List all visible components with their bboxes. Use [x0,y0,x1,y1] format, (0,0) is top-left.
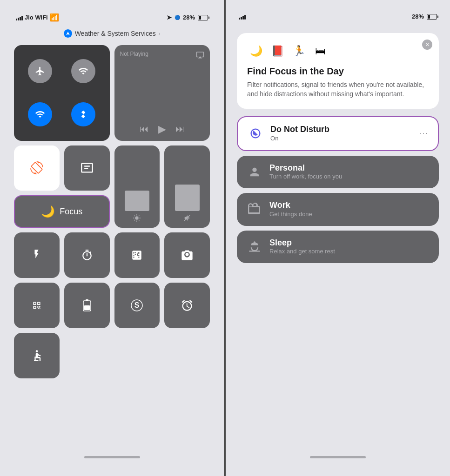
signal-bar-1 [16,19,17,20]
control-center-panel: Jio WiFi 📶 ➤ 🔵 28% Weather & System Serv… [0,0,224,476]
calculator-tile[interactable] [114,232,160,278]
dnd-text: Do Not Disturb On [270,125,413,142]
work-subtitle: Get things done [269,211,430,218]
personal-title: Personal [269,163,430,173]
status-right: ➤ 🔵 28% [167,14,208,21]
connectivity-tile [14,45,110,141]
focus-icons-row: 🌙 📕 🏃 🛏 [247,42,429,60]
focus-moon-icon: 🌙 [41,205,55,218]
dnd-title: Do Not Disturb [270,125,413,135]
focus-list: Do Not Disturb On ··· Personal Turn off … [237,116,439,263]
volume-slider[interactable] [164,145,210,228]
camera-tile[interactable] [164,232,210,278]
volume-fill [175,185,200,211]
sleep-title: Sleep [269,238,430,248]
airplane-button[interactable] [28,59,52,83]
right-battery-icon [427,14,437,20]
personal-subtitle: Turn off work, focus on you [269,173,430,181]
right-signal-bars [239,14,246,20]
run-focus-icon: 🏃 [290,42,308,60]
right-status-right: 28% [412,13,437,20]
right-battery-percent: 28% [412,13,424,20]
accessibility-tile[interactable] [14,333,60,378]
play-button[interactable]: ▶ [158,123,166,135]
control-grid: Not Playing ⏮ ▶ ⏭ [14,45,210,378]
work-focus-item[interactable]: Work Get things done [237,193,439,225]
home-indicator-left [84,456,140,458]
volume-track [168,149,206,214]
right-battery-fill [428,15,430,19]
location-dot: 🔵 [175,15,180,20]
svg-point-7 [36,350,38,352]
right-status-bar: 28% [237,9,439,24]
brightness-fill [125,191,149,212]
personal-icon [246,164,263,180]
focus-promo-card: ✕ 🌙 📕 🏃 🛏 Find Focus in the Day Filter n… [237,33,439,109]
sleep-focus-item[interactable]: Sleep Relax and get some rest [237,231,439,263]
brightness-slider[interactable] [114,145,160,228]
location-arrow-icon [64,29,72,38]
svg-text:S: S [134,301,140,309]
svg-rect-3 [86,299,88,301]
battery-status-tile[interactable] [64,283,110,328]
brightness-track [118,149,156,214]
screen-rotation-tile[interactable] [14,145,60,191]
do-not-disturb-item[interactable]: Do Not Disturb On ··· [237,116,439,151]
location-bar[interactable]: Weather & System Services › [64,29,161,38]
svg-marker-0 [66,32,70,35]
now-playing-label: Not Playing [120,51,148,57]
focus-card-description: Filter notifications, signal to friends … [247,80,429,99]
sleep-icon [246,238,263,255]
timer-tile[interactable] [64,232,110,278]
wifi-button[interactable] [28,102,52,126]
alarm-tile[interactable] [164,283,210,328]
signal-bar-4 [21,16,23,20]
focus-card-title: Find Focus in the Day [247,66,429,77]
home-indicator-right [310,456,366,458]
battery-percent: 28% [183,14,195,21]
book-focus-icon: 📕 [269,42,286,60]
status-bar: Jio WiFi 📶 ➤ 🔵 28% [14,9,210,26]
work-title: Work [269,200,430,211]
svg-rect-4 [84,305,90,310]
sleep-subtitle: Relax and get some rest [269,248,430,256]
rewind-button[interactable]: ⏮ [140,124,149,134]
close-card-button[interactable]: ✕ [422,40,432,50]
media-tile[interactable]: Not Playing ⏮ ▶ ⏭ [114,45,210,141]
signal-bars [16,15,23,20]
sleep-text: Sleep Relax and get some rest [269,238,430,256]
personal-focus-item[interactable]: Personal Turn off work, focus on you [237,156,439,188]
battery-fill [199,16,201,20]
chevron-right-icon: › [159,31,161,36]
focus-tile[interactable]: 🌙 Focus [14,195,110,228]
carrier-label: Jio WiFi [25,14,48,21]
dnd-subtitle: On [270,135,413,143]
dnd-icon [247,125,264,142]
airplay-icon[interactable] [196,51,204,59]
media-controls: ⏮ ▶ ⏭ [120,123,205,135]
signal-bar-3 [20,17,21,20]
flashlight-tile[interactable] [14,232,60,278]
screen-mirror-tile[interactable] [64,145,110,191]
status-left: Jio WiFi 📶 [16,13,59,22]
right-signal [239,14,246,20]
work-text: Work Get things done [269,200,430,218]
personal-text: Personal Turn off work, focus on you [269,163,430,181]
media-top: Not Playing [120,51,205,59]
cellular-button[interactable] [71,59,95,83]
focus-menu-panel: 28% ✕ 🌙 📕 🏃 🛏 Find Focus in the Day Filt… [226,0,450,476]
bluetooth-button[interactable] [71,102,95,126]
location-icon-status: ➤ [167,14,172,21]
battery-icon [198,15,208,20]
focus-label: Focus [60,207,82,217]
work-icon [246,201,263,218]
moon-focus-icon: 🌙 [247,42,265,60]
dnd-more-button[interactable]: ··· [420,129,429,138]
shazam-tile[interactable]: S [114,283,160,328]
signal-bar-2 [18,18,19,20]
fastforward-button[interactable]: ⏭ [175,124,185,134]
qr-scanner-tile[interactable] [14,283,60,328]
location-service-label: Weather & System Services [75,30,156,37]
wifi-label: 📶 [50,13,59,22]
bed-focus-icon: 🛏 [311,42,329,60]
